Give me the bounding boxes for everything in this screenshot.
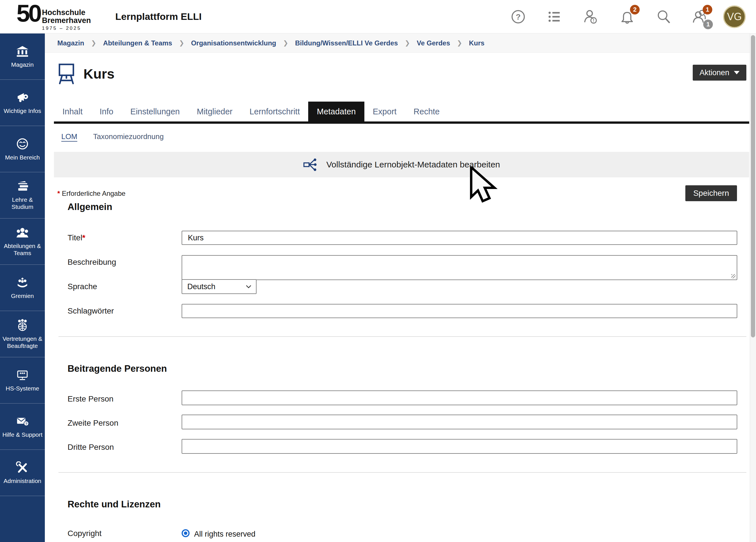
todo-list-icon[interactable] (547, 9, 562, 25)
sidebar-item-label: HS-Systeme (6, 385, 39, 392)
field-label-sprache: Sprache (68, 282, 97, 291)
sprache-select-value: Deutsch (187, 282, 215, 291)
monitor-icon: *** (16, 369, 29, 381)
contacts-badge-top: 1 (703, 5, 712, 14)
sidebar-item-magazin[interactable]: Magazin (0, 33, 45, 80)
required-hint: * Erforderliche Angabe (57, 190, 125, 198)
breadcrumb-separator: ❯ (283, 39, 288, 47)
logo-name-line2: Bremerhaven (42, 16, 91, 24)
subtab-taxonomiezuordnung[interactable]: Taxonomiezuordnung (93, 132, 164, 141)
field-label-zweite-person: Zweite Person (68, 419, 118, 428)
banner-label: Vollständige Lernobjekt-Metadaten bearbe… (326, 160, 500, 169)
sidebar-item-label: Magazin (11, 61, 33, 68)
edit-full-metadata-banner[interactable]: Vollständige Lernobjekt-Metadaten bearbe… (54, 152, 749, 177)
field-label-beschreibung: Beschreibung (68, 258, 116, 267)
zweite-person-input[interactable] (182, 415, 737, 429)
required-asterisk: * (82, 233, 85, 242)
logo-50: 50 (16, 2, 40, 24)
sidebar-item-lehre-studium[interactable]: Lehre & Studium (0, 172, 45, 219)
breadcrumb-item[interactable]: Organisationsentwicklung (191, 39, 276, 47)
copyright-radio-label: All rights reserved (194, 530, 255, 539)
breadcrumb-item[interactable]: Ve Gerdes (417, 39, 450, 47)
sidebar-item-label: Administration (3, 477, 41, 484)
sidebar-item-vertretungen-beauftragte[interactable]: Vertretungen & Beauftragte (0, 311, 45, 357)
smiley-icon (16, 137, 29, 150)
erste-person-input[interactable] (182, 390, 737, 405)
tab-mitglieder[interactable]: Mitglieder (188, 102, 241, 121)
vertical-scrollbar[interactable] (750, 33, 756, 542)
contacts-badge-bottom: 1 (703, 20, 713, 29)
dritte-person-input[interactable] (182, 439, 737, 454)
breadcrumb-item[interactable]: Abteilungen & Teams (103, 39, 172, 47)
field-label-erste-person: Erste Person (68, 394, 114, 404)
sidebar-item-label: Abteilungen & Teams (2, 242, 43, 257)
scrollbar-thumb[interactable] (751, 35, 755, 337)
awareness-user-icon[interactable]: ! (583, 9, 599, 25)
contacts-icon[interactable]: 1 1 (692, 9, 708, 25)
user-avatar[interactable]: VG (723, 5, 746, 28)
sidebar-item-mein-bereich[interactable]: Mein Bereich (0, 126, 45, 172)
sidebar-item-administration[interactable]: Administration (0, 450, 45, 496)
field-label-dritte-person: Dritte Person (68, 443, 114, 452)
subtab-lom[interactable]: LOM (61, 132, 77, 141)
search-icon[interactable] (656, 9, 671, 25)
textarea-resize-handle[interactable] (731, 274, 736, 278)
sidebar-item-label: Wichtige Infos (4, 107, 41, 114)
sidebar-item-abteilungen-teams[interactable]: Abteilungen & Teams (0, 219, 45, 265)
main-content: Magazin ❯ Abteilungen & Teams ❯ Organisa… (45, 33, 750, 542)
section-divider (58, 336, 746, 337)
tab-lernfortschritt[interactable]: Lernfortschritt (241, 102, 308, 121)
tab-export[interactable]: Export (364, 102, 405, 121)
logo-years: 1975 – 2025 (42, 26, 91, 31)
section-title-beitragende-personen: Beitragende Personen (68, 363, 167, 374)
breadcrumb-item[interactable]: Magazin (57, 39, 84, 47)
section-divider (58, 472, 746, 473)
tab-rechte[interactable]: Rechte (405, 102, 448, 121)
beschreibung-textarea[interactable] (182, 255, 737, 280)
save-button[interactable]: Speichern (685, 185, 737, 201)
copyright-radio-selected[interactable] (182, 529, 190, 537)
sidebar-item-gremien[interactable]: Gremien (0, 265, 45, 311)
svg-text:?: ? (516, 12, 520, 21)
breadcrumb-separator: ❯ (91, 39, 96, 47)
sidebar-item-wichtige-infos[interactable]: Wichtige Infos (0, 80, 45, 126)
chevron-down-icon (734, 71, 740, 74)
tools-icon (16, 461, 29, 474)
sidebar-item-hs-systeme[interactable]: *** HS-Systeme (0, 357, 45, 404)
breadcrumb-item[interactable]: Kurs (469, 39, 484, 47)
sidebar-item-label: Gremien (11, 292, 34, 299)
mail-question-icon: ? (16, 415, 29, 428)
breadcrumb: Magazin ❯ Abteilungen & Teams ❯ Organisa… (45, 33, 750, 53)
header-icon-bar: ? ! 2 1 1 (510, 0, 708, 33)
breadcrumb-item[interactable]: Bildung/Wissen/ELLI Ve Gerdes (295, 39, 398, 47)
sidebar-item-label: Hilfe & Support (2, 431, 42, 438)
section-title-rechte-lizenzen: Rechte und Lizenzen (68, 499, 161, 510)
breadcrumb-separator: ❯ (457, 39, 462, 47)
tab-bar: Inhalt Info Einstellungen Mitglieder Ler… (54, 102, 749, 124)
sidebar-item-label: Lehre & Studium (2, 196, 43, 210)
actions-button-label: Aktionen (700, 68, 729, 77)
sidebar-item-hilfe-support[interactable]: ? Hilfe & Support (0, 404, 45, 450)
svg-text:!: ! (593, 18, 594, 23)
actions-button[interactable]: Aktionen (693, 65, 746, 81)
section-title-allgemein: Allgemein (68, 201, 112, 212)
bank-icon (16, 45, 29, 58)
people-group-icon (16, 226, 29, 239)
app-title: Lernplattform ELLI (115, 11, 201, 22)
tab-metadaten[interactable]: Metadaten (308, 102, 364, 121)
field-label-titel: Titel* (68, 233, 85, 242)
tab-info[interactable]: Info (91, 102, 122, 121)
titel-input[interactable] (182, 231, 737, 245)
page-title: Kurs (83, 66, 114, 82)
sprache-select[interactable]: Deutsch (182, 279, 257, 294)
tab-inhalt[interactable]: Inhalt (54, 102, 91, 121)
tab-einstellungen[interactable]: Einstellungen (122, 102, 188, 121)
required-asterisk: * (57, 190, 62, 197)
notifications-badge: 2 (630, 5, 640, 14)
schlagwoerter-input[interactable] (182, 304, 737, 318)
logo-name-line1: Hochschule (42, 9, 91, 16)
help-icon[interactable]: ? (510, 9, 526, 25)
field-label-copyright: Copyright (68, 529, 102, 538)
notifications-bell-icon[interactable]: 2 (619, 9, 635, 25)
hand-people-icon (16, 276, 29, 289)
